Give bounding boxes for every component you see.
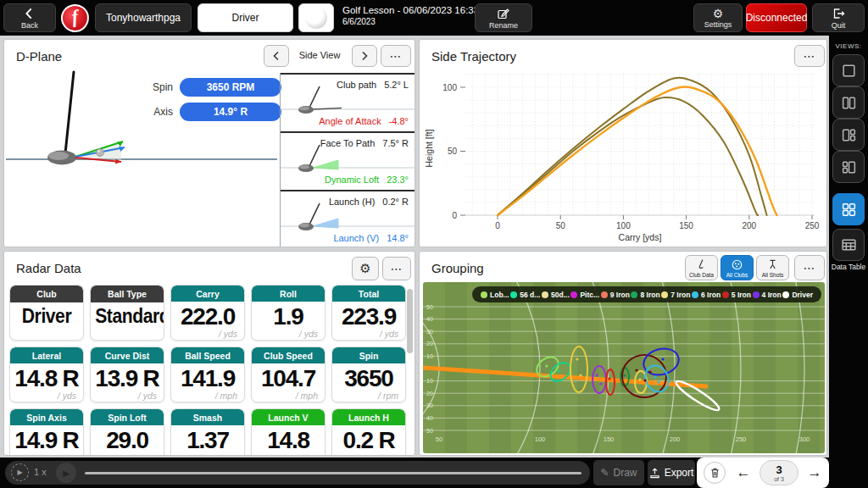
settings-button[interactable]: ⚙ Settings xyxy=(693,3,743,32)
layout-2-1-icon xyxy=(841,159,857,175)
grouping-btn-label: Club Data xyxy=(689,272,714,278)
legend-item[interactable]: 50d... xyxy=(542,291,570,299)
settings-label: Settings xyxy=(704,20,732,29)
dplane-prev-view-button[interactable] xyxy=(264,45,289,67)
svg-text:300: 300 xyxy=(799,435,810,443)
dplane-panel: D-Plane Side View ⋯ Spin 3650 RPM xyxy=(3,39,415,247)
previous-shot-button[interactable]: ← xyxy=(732,462,754,484)
radar-data-title: Radar Data xyxy=(16,261,81,275)
shot-total: of 3 xyxy=(774,476,784,482)
grouping-field-svg: 5040302010102030405050100150200250300 xyxy=(423,282,825,453)
legend-item[interactable]: 6 Iron xyxy=(692,291,721,299)
legend-item[interactable]: 56 d... xyxy=(510,291,540,299)
radar-tile: Ball TypeStandard xyxy=(90,285,164,341)
legend-item[interactable]: Driver xyxy=(782,291,813,299)
view-button-layout-grid4[interactable] xyxy=(832,193,865,225)
grouping-btn-all-shots[interactable]: All Shots xyxy=(756,255,789,280)
radar-tile-header: Spin xyxy=(332,347,405,363)
quit-button[interactable]: Quit xyxy=(812,3,865,32)
legend-dot-icon xyxy=(601,291,608,298)
svg-text:20: 20 xyxy=(426,341,433,347)
legend-item[interactable]: 8 Iron xyxy=(631,291,659,299)
view-button-layout-single[interactable] xyxy=(832,54,865,86)
next-shot-button[interactable]: → xyxy=(804,462,826,484)
timeline-slider[interactable] xyxy=(85,472,581,474)
side-trajectory-title: Side Trajectory xyxy=(431,49,516,64)
radar-tile: Lateral14.8 R/ yds xyxy=(9,347,84,402)
radar-tile: Roll1.9/ yds xyxy=(251,285,326,341)
player-name: Tonyhowarthpga xyxy=(106,12,181,24)
views-sidebar: VIEWS: Data Table xyxy=(829,36,868,488)
radar-tile-header: Spin Loft xyxy=(91,409,164,425)
export-button[interactable]: Export xyxy=(648,460,695,485)
dplane-next-view-button[interactable] xyxy=(352,45,377,67)
svg-text:30: 30 xyxy=(426,329,433,335)
grouping-btn-club-data[interactable]: Club Data xyxy=(685,255,718,280)
back-button[interactable]: Back xyxy=(3,3,56,32)
legend-dot-icon xyxy=(510,291,517,298)
play-button[interactable]: ▶ xyxy=(56,463,76,483)
radar-scrollbar[interactable] xyxy=(407,289,413,353)
radar-tile-unit xyxy=(91,326,164,337)
radar-tile-value: 14.8 R xyxy=(10,367,83,391)
axis-value-pill: 14.9° R xyxy=(180,103,281,121)
radar-tile-value: 104.7 xyxy=(252,367,325,391)
radar-tile: Spin Loft29.0 xyxy=(90,408,164,456)
connection-status-button[interactable]: Disconnected xyxy=(746,3,807,32)
svg-text:10: 10 xyxy=(426,353,433,359)
draw-button[interactable]: ✎ Draw xyxy=(593,460,644,485)
metric-value: 0.2° R xyxy=(382,197,409,207)
grouping-btn-all-clubs[interactable]: All Clubs xyxy=(721,255,754,280)
legend-dot-icon xyxy=(570,291,577,298)
metric-value: 5.2° L xyxy=(384,80,409,90)
bottom-bar: ▶ 1 x ▶ ✎ Draw Export ← 3 of 3 → xyxy=(0,458,829,488)
shot-number: 3 xyxy=(776,464,782,475)
grouping-more-button[interactable]: ⋯ xyxy=(794,255,825,280)
ball-button[interactable] xyxy=(298,3,334,32)
dplane-more-button[interactable]: ⋯ xyxy=(381,45,411,67)
legend-dot-icon xyxy=(631,291,637,298)
club-select-button[interactable]: Driver xyxy=(198,3,293,32)
legend-label: 6 Iron xyxy=(701,291,721,299)
legend-item[interactable]: 5 Iron xyxy=(722,291,751,299)
trajectory-chart: 050100150200250050100Carry [yds]Height [… xyxy=(423,70,825,245)
svg-text:50: 50 xyxy=(426,304,433,310)
rename-button[interactable]: Rename xyxy=(475,3,532,32)
metric-value: -4.8° xyxy=(389,116,409,126)
legend-item[interactable]: Lob... xyxy=(481,291,509,299)
playback-speed-label: 1 x xyxy=(34,467,47,477)
legend-item[interactable]: 4 Iron xyxy=(753,291,782,299)
radar-tile-value: Driver xyxy=(14,306,79,326)
axis-label: Axis xyxy=(127,106,173,118)
delete-shot-button[interactable] xyxy=(704,462,726,484)
radar-tile-header: Club xyxy=(10,286,83,302)
player-button[interactable]: Tonyhowarthpga xyxy=(95,3,192,32)
view-button-data-table[interactable] xyxy=(832,229,865,261)
metric-label: Dynamic Loft xyxy=(325,175,379,185)
view-button-layout-2col[interactable] xyxy=(832,86,865,119)
legend-item[interactable]: Pitc... xyxy=(570,291,599,299)
axis-readout: Axis 14.9° R xyxy=(127,103,281,121)
metric-value: 7.5° R xyxy=(382,138,409,148)
legend-item[interactable]: 7 Iron xyxy=(661,291,690,299)
svg-text:40: 40 xyxy=(426,316,433,322)
radar-tile: ClubDriver xyxy=(9,285,84,341)
trajectory-more-button[interactable]: ⋯ xyxy=(794,45,825,67)
metric-value: 14.8° xyxy=(387,233,409,243)
legend-label: 5 Iron xyxy=(732,291,751,299)
view-button-layout-1-2[interactable] xyxy=(832,119,865,151)
radar-settings-button[interactable]: ⚙ xyxy=(352,257,379,280)
dplane-title: D-Plane xyxy=(16,49,62,64)
svg-text:Carry [yds]: Carry [yds] xyxy=(619,232,662,242)
metric-label: Face To Path xyxy=(320,138,376,148)
rename-icon xyxy=(497,7,510,20)
session-date: 6/6/2023 xyxy=(342,17,492,26)
radar-tile-header: Launch H xyxy=(332,409,405,425)
view-button-layout-2-1[interactable] xyxy=(832,151,865,183)
legend-item[interactable]: 9 Iron xyxy=(601,291,630,299)
playback-speed-button[interactable]: ▶ xyxy=(11,463,29,481)
radar-tile-unit xyxy=(10,326,83,337)
radar-more-button[interactable]: ⋯ xyxy=(382,257,411,280)
svg-text:200: 200 xyxy=(670,435,681,443)
spin-value-pill: 3650 RPM xyxy=(180,78,281,97)
